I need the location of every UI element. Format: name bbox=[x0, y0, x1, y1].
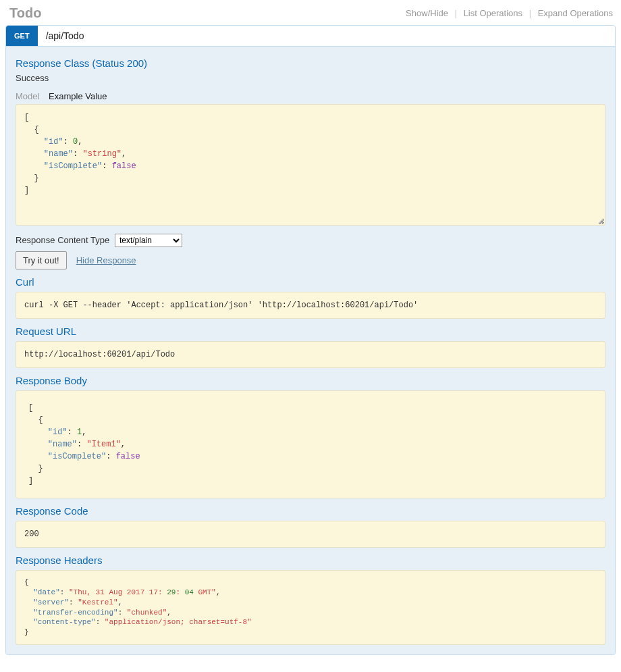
example-value-box[interactable]: [ { "id": 0, "name": "string", "isComple… bbox=[16, 104, 605, 226]
response-code-box[interactable]: 200 bbox=[16, 521, 605, 548]
separator: | bbox=[455, 8, 457, 18]
separator: | bbox=[529, 8, 531, 18]
try-it-out-button[interactable]: Try it out! bbox=[16, 251, 67, 269]
tab-model[interactable]: Model bbox=[16, 91, 39, 101]
endpoint-path[interactable]: /api/Todo bbox=[38, 26, 615, 46]
response-headers-heading: Response Headers bbox=[16, 554, 605, 566]
response-content-type-select[interactable]: text/plain bbox=[115, 234, 182, 247]
response-body-box[interactable]: [ { "id": 1, "name": "Item1", "isComplet… bbox=[16, 390, 605, 498]
curl-command-box[interactable]: curl -X GET --header 'Accept: applicatio… bbox=[16, 292, 605, 319]
response-class-status: Success bbox=[16, 73, 605, 83]
api-title[interactable]: Todo bbox=[9, 5, 41, 21]
response-class-heading: Response Class (Status 200) bbox=[16, 57, 605, 69]
tab-example-value[interactable]: Example Value bbox=[49, 91, 107, 101]
operation-panel: GET /api/Todo Response Class (Status 200… bbox=[5, 25, 616, 655]
response-content-type-label: Response Content Type bbox=[16, 235, 109, 245]
response-body-heading: Response Body bbox=[16, 375, 605, 386]
resize-handle-icon[interactable] bbox=[597, 217, 603, 224]
response-code-heading: Response Code bbox=[16, 505, 605, 517]
hide-response-link[interactable]: Hide Response bbox=[76, 255, 136, 265]
show-hide-link[interactable]: Show/Hide bbox=[406, 8, 448, 18]
http-method-badge: GET bbox=[6, 26, 38, 46]
api-actions: Show/Hide | List Operations | Expand Ope… bbox=[406, 8, 613, 18]
expand-operations-link[interactable]: Expand Operations bbox=[538, 8, 613, 18]
operation-header[interactable]: GET /api/Todo bbox=[6, 26, 615, 47]
request-url-box[interactable]: http://localhost:60201/api/Todo bbox=[16, 341, 605, 368]
curl-heading: Curl bbox=[16, 276, 605, 288]
list-operations-link[interactable]: List Operations bbox=[464, 8, 522, 18]
request-url-heading: Request URL bbox=[16, 326, 605, 337]
response-headers-box[interactable]: { "date": "Thu, 31 Aug 2017 17: 29: 04 G… bbox=[16, 570, 605, 645]
